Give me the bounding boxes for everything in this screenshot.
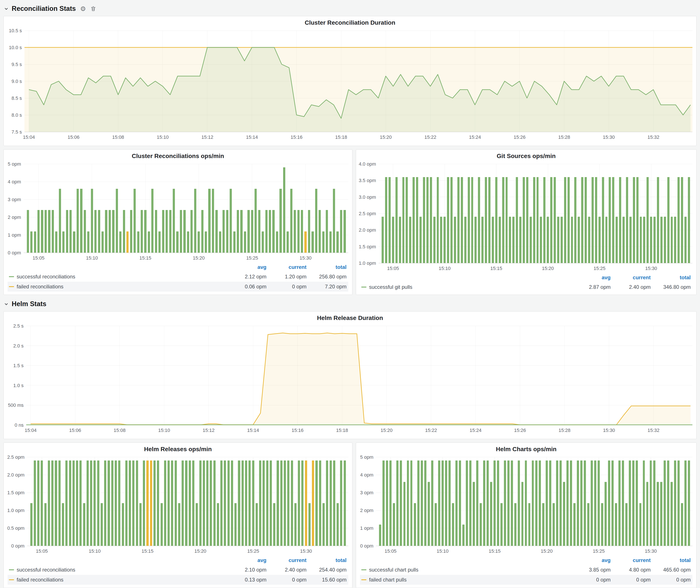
svg-text:2.0 s: 2.0 s [13,343,24,349]
panel-title[interactable]: Cluster Reconciliation Duration [4,16,696,27]
svg-text:5 opm: 5 opm [8,161,21,167]
legend-column-header[interactable]: total [652,556,692,565]
chart-helm-release-duration[interactable]: 0 ns500 ms1.0 s1.5 s2.0 s2.5 s15:0415:06… [4,323,696,435]
svg-text:9.0 s: 9.0 s [11,79,22,84]
series-name[interactable]: failed chart pulls [369,577,406,583]
legend-git-sources: avgcurrenttotalsuccessful git pulls2.87 … [356,273,696,293]
svg-text:15:10: 15:10 [439,266,451,271]
series-name[interactable]: failed reconciliations [17,284,63,289]
chevron-down-icon[interactable] [4,302,9,306]
legend-column-header[interactable]: total [652,273,692,282]
svg-text:15:26: 15:26 [514,428,526,433]
panel-row-helm: Helm Releases ops/min 0 opm0.5 opm1.0 op… [3,443,697,588]
chart-helm-charts-opm[interactable]: 0 opm1 opm2 opm3 opm4 opm5 opm15:0515:10… [356,454,696,556]
svg-text:15:25: 15:25 [246,255,258,261]
svg-text:15:30: 15:30 [645,548,657,554]
svg-text:15:28: 15:28 [558,134,570,140]
legend-value: 2.12 opm [228,272,268,282]
svg-text:15:12: 15:12 [201,134,213,140]
legend-value: 2.40 opm [268,565,308,575]
svg-text:15:15: 15:15 [489,548,501,554]
svg-text:15:16: 15:16 [292,428,303,433]
svg-text:15:06: 15:06 [69,428,81,433]
svg-text:15:25: 15:25 [247,548,259,554]
chart-cluster-reconciliation-duration[interactable]: 7.5 s8.0 s8.5 s9.0 s9.5 s10.0 s10.5 s15:… [4,27,696,142]
panel-title[interactable]: Git Sources ops/min [356,150,696,161]
svg-text:15:28: 15:28 [559,428,571,433]
svg-text:15:32: 15:32 [647,134,659,140]
chart-canvas[interactable]: 0 ns500 ms1.0 s1.5 s2.0 s2.5 s15:0415:06… [4,323,696,435]
svg-text:15:20: 15:20 [193,255,205,261]
gear-icon[interactable]: ⚙ [80,5,86,13]
legend-value: 346.80 opm [652,282,692,292]
section-title[interactable]: Reconciliation Stats [12,5,76,13]
svg-text:15:18: 15:18 [335,134,347,140]
legend-column-header[interactable]: current [612,556,652,565]
chart-helm-releases-opm[interactable]: 0 opm0.5 opm1.0 opm1.5 opm2.0 opm2.5 opm… [4,454,352,556]
svg-text:15:15: 15:15 [490,266,502,271]
chart-git-sources-opm[interactable]: 1.0 opm1.5 opm2.0 opm2.5 opm3.0 opm3.5 o… [356,161,696,273]
panel-title[interactable]: Cluster Reconciliations ops/min [4,150,352,161]
chart-legend: avgcurrenttotalsuccessful chart pulls3.8… [360,556,692,585]
legend-row: successful reconciliations2.10 opm2.40 o… [8,565,348,575]
legend-value: 0 opm [572,575,612,585]
svg-text:0 opm: 0 opm [360,543,373,549]
svg-text:15:06: 15:06 [68,134,79,140]
svg-text:15:20: 15:20 [381,428,392,433]
panel-helm-releases-opm: Helm Releases ops/min 0 opm0.5 opm1.0 op… [3,443,352,588]
legend-value: 7.20 opm [308,282,348,292]
svg-text:2 opm: 2 opm [360,508,373,513]
legend-value: 254.40 opm [308,565,348,575]
legend-value: 3.85 opm [572,565,612,575]
svg-text:15:05: 15:05 [36,548,48,554]
panel-title[interactable]: Helm Charts ops/min [356,443,696,454]
series-swatch [361,579,366,580]
legend-row: failed chart pulls0 opm0 opm0 opm [360,575,692,585]
chart-canvas[interactable]: 0 opm1 opm2 opm3 opm4 opm5 opm15:0515:10… [4,161,352,263]
trash-icon[interactable] [90,6,96,12]
svg-text:15:08: 15:08 [114,428,126,433]
legend-column-header[interactable]: avg [228,263,268,272]
svg-text:15:20: 15:20 [541,548,553,554]
legend-value: 0 opm [652,575,692,585]
svg-text:15:16: 15:16 [291,134,303,140]
chart-canvas[interactable]: 1.0 opm1.5 opm2.0 opm2.5 opm3.0 opm3.5 o… [356,161,696,273]
legend-helm-releases: avgcurrenttotalsuccessful reconciliation… [4,556,352,586]
svg-text:15:14: 15:14 [247,428,259,433]
series-name[interactable]: successful reconciliations [17,274,75,279]
legend-row: failed reconciliations0.13 opm0 opm15.60… [8,575,348,585]
series-name[interactable]: successful git pulls [369,284,412,290]
chart-legend: avgcurrenttotalsuccessful git pulls2.87 … [360,273,692,292]
chevron-down-icon[interactable] [4,6,9,11]
svg-text:0.5 opm: 0.5 opm [7,525,25,531]
legend-column-header[interactable]: current [268,263,308,272]
chart-canvas[interactable]: 0 opm0.5 opm1.0 opm1.5 opm2.0 opm2.5 opm… [4,454,352,556]
section-header-reconciliation-stats: Reconciliation Stats ⚙ [4,3,697,14]
chart-cluster-reconciliations-opm[interactable]: 0 opm1 opm2 opm3 opm4 opm5 opm15:0515:10… [4,161,352,263]
svg-text:15:24: 15:24 [469,134,481,140]
legend-column-header[interactable]: avg [572,556,612,565]
legend-column-header[interactable]: avg [228,556,268,565]
legend-column-header[interactable]: current [612,273,652,282]
series-name[interactable]: failed reconciliations [17,577,63,583]
svg-text:10.5 s: 10.5 s [9,28,22,33]
svg-text:0 opm: 0 opm [11,543,24,549]
legend-column-header[interactable]: current [268,556,308,565]
legend-value: 0 opm [612,575,652,585]
series-name[interactable]: successful reconciliations [17,567,75,573]
legend-column-header[interactable]: total [308,556,348,565]
chart-canvas[interactable]: 7.5 s8.0 s8.5 s9.0 s9.5 s10.0 s10.5 s15:… [4,27,696,142]
section-title[interactable]: Helm Stats [12,300,46,308]
panel-title[interactable]: Helm Release Duration [4,312,696,323]
legend-column-header[interactable]: avg [572,273,612,282]
legend-value: 465.60 opm [652,565,692,575]
svg-text:15:20: 15:20 [542,266,554,271]
svg-text:8.5 s: 8.5 s [11,95,22,101]
series-name[interactable]: successful chart pulls [369,567,418,573]
svg-text:15:10: 15:10 [157,134,169,140]
chart-canvas[interactable]: 0 opm1 opm2 opm3 opm4 opm5 opm15:0515:10… [356,454,696,556]
legend-column-header[interactable]: total [308,263,348,272]
legend-header-spacer [360,556,572,565]
panel-title[interactable]: Helm Releases ops/min [4,443,352,454]
svg-text:2 opm: 2 opm [8,215,21,220]
